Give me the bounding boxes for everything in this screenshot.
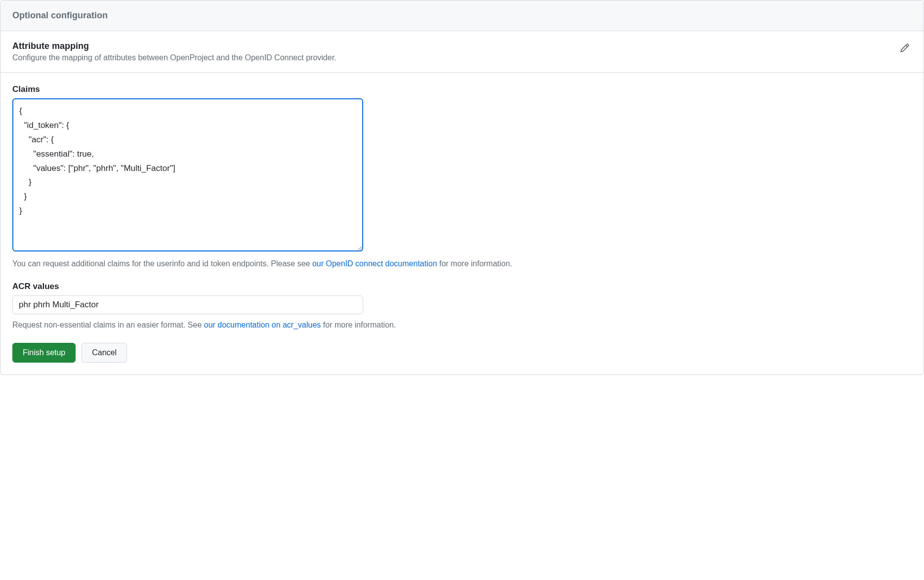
claims-label: Claims: [12, 84, 912, 94]
section-header: Optional configuration: [0, 0, 924, 31]
acr-help-after: for more information.: [321, 321, 396, 329]
claims-help-before: You can request additional claims for th…: [12, 259, 312, 268]
attribute-mapping-description: Configure the mapping of attributes betw…: [12, 53, 898, 62]
claims-doc-link[interactable]: our OpenID connect documentation: [312, 259, 437, 268]
button-row: Finish setup Cancel: [12, 343, 912, 363]
claims-help-after: for more information.: [437, 259, 512, 268]
attribute-mapping-title: Attribute mapping: [12, 41, 898, 51]
attribute-mapping-text: Attribute mapping Configure the mapping …: [12, 41, 898, 62]
finish-setup-button[interactable]: Finish setup: [12, 343, 76, 363]
acr-doc-link[interactable]: our documentation on acr_values: [204, 321, 321, 329]
claims-field-group: Claims You can request additional claims…: [12, 84, 912, 270]
claims-help-text: You can request additional claims for th…: [12, 258, 912, 270]
section-title: Optional configuration: [12, 10, 912, 21]
acr-label: ACR values: [12, 282, 912, 291]
cancel-button[interactable]: Cancel: [82, 343, 127, 363]
claims-textarea[interactable]: [12, 98, 363, 251]
acr-field-group: ACR values Request non-essential claims …: [12, 282, 912, 331]
config-panel: Optional configuration Attribute mapping…: [0, 0, 924, 375]
acr-help-before: Request non-essential claims in an easie…: [12, 321, 204, 329]
edit-button[interactable]: [898, 41, 912, 55]
pencil-icon: [900, 43, 910, 53]
form-section: Claims You can request additional claims…: [0, 73, 924, 374]
attribute-mapping-section: Attribute mapping Configure the mapping …: [0, 31, 924, 73]
acr-values-input[interactable]: [12, 295, 363, 314]
acr-help-text: Request non-essential claims in an easie…: [12, 319, 912, 331]
